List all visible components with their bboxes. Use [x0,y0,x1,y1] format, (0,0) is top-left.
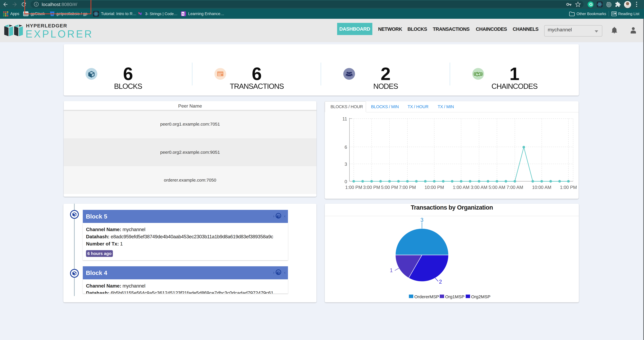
svg-text:3:00 PM: 3:00 PM [363,185,380,190]
svg-text:2: 2 [439,279,442,285]
svg-text:5:00 AM: 5:00 AM [488,185,505,190]
svg-text:11: 11 [342,116,347,122]
svg-text:0: 0 [344,179,347,184]
svg-text:6: 6 [344,145,347,150]
svg-text:3:00 AM: 3:00 AM [471,185,488,190]
svg-text:1:00 PM: 1:00 PM [560,185,577,190]
svg-text:7:00 PM: 7:00 PM [399,185,416,190]
svg-text:3: 3 [344,162,347,167]
svg-text:N: N [182,12,184,15]
svg-text:5:00 PM: 5:00 PM [381,185,398,190]
svg-text:1: 1 [390,267,393,273]
svg-text:1:00 PM: 1:00 PM [345,185,362,190]
svg-text:10:00 PM: 10:00 PM [424,185,444,190]
svg-text:1:00 AM: 1:00 AM [453,185,470,190]
svg-text:3: 3 [420,217,424,223]
svg-text:7:00 AM: 7:00 AM [506,185,523,190]
svg-text:10:00 AM: 10:00 AM [532,185,552,190]
